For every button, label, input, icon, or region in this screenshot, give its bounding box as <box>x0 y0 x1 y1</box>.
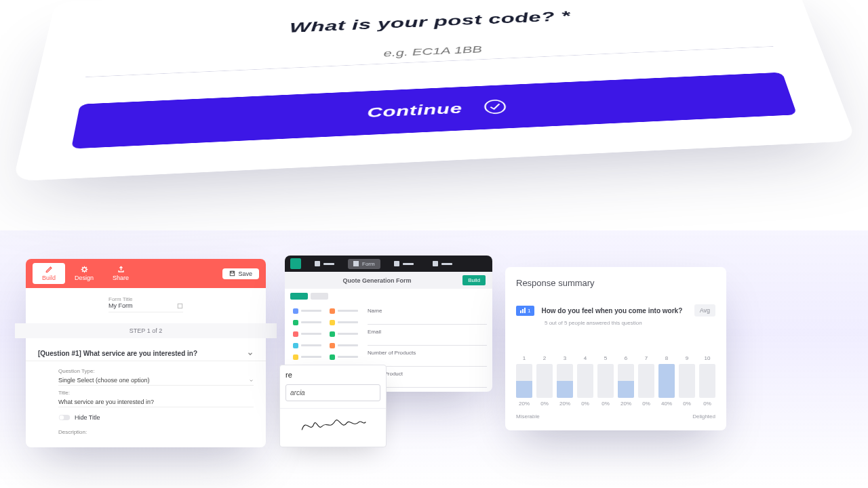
palette-chip[interactable] <box>290 306 324 315</box>
bar-column: 10 <box>699 355 715 398</box>
signature-pad[interactable] <box>280 408 386 440</box>
bar-percent: 0% <box>699 401 715 407</box>
bar <box>557 364 573 398</box>
bar-column: 8 <box>658 355 675 398</box>
field-input[interactable] <box>368 337 487 346</box>
nav-item[interactable] <box>427 259 458 268</box>
summary-title: Response summary <box>505 267 726 292</box>
nav-label: Form <box>362 261 375 267</box>
svg-rect-4 <box>178 304 182 308</box>
tab-label: Build <box>42 274 56 281</box>
hide-title-label: Hide Title <box>75 414 100 421</box>
bar-column: 3 <box>557 355 573 398</box>
bar-chart: 12345678910 <box>505 326 726 398</box>
svg-point-0 <box>484 100 505 114</box>
color-swatch-icon[interactable] <box>177 303 183 309</box>
palette-chip[interactable] <box>327 352 361 361</box>
response-summary-card: Response summary 1 How do you feel when … <box>505 267 726 430</box>
bar <box>597 364 614 398</box>
scale-right-label: Delighted <box>692 413 715 420</box>
form-builder-card: Build Design Share Save Form Title <box>26 259 266 447</box>
nav-item[interactable] <box>309 259 340 268</box>
svg-rect-10 <box>524 308 526 313</box>
question-type-select[interactable]: Single Select (choose one option) <box>58 375 254 386</box>
gear-icon <box>81 266 88 273</box>
crumb[interactable] <box>311 293 328 300</box>
app-logo <box>290 258 301 269</box>
description-label: Description: <box>58 429 254 435</box>
save-icon <box>229 270 235 277</box>
palette-chip[interactable] <box>290 318 324 327</box>
crumb-active[interactable] <box>290 293 308 300</box>
bar-percent: 20% <box>618 401 634 407</box>
palette-chip[interactable] <box>290 329 324 338</box>
bar-percent: 20% <box>557 401 573 407</box>
bar-category: 2 <box>543 355 546 361</box>
bar-percent: 40% <box>658 401 675 407</box>
bar-column: 9 <box>679 355 695 398</box>
palette-chip[interactable] <box>327 329 361 338</box>
field-label: Name <box>368 308 487 314</box>
continue-button[interactable]: Continue <box>71 73 797 149</box>
bar <box>516 364 532 398</box>
step-indicator: STEP 1 of 2 <box>15 323 277 338</box>
bar <box>658 364 675 398</box>
save-button[interactable]: Save <box>222 268 259 279</box>
palette-chip[interactable] <box>327 341 361 350</box>
avg-chip[interactable]: Avg <box>694 304 715 317</box>
form-header: Quote Generation Form Build <box>285 272 492 289</box>
question-accordion-header[interactable]: [Question #1] What service are you inter… <box>26 346 266 361</box>
palette-chip[interactable] <box>290 352 324 361</box>
bar-percent: 20% <box>516 401 532 407</box>
bar-column: 7 <box>638 355 654 398</box>
field-input[interactable] <box>368 316 487 325</box>
nav-item[interactable] <box>389 259 419 268</box>
build-badge[interactable]: Build <box>462 275 486 285</box>
scale-left-label: Miserable <box>516 413 540 420</box>
bar <box>536 364 553 398</box>
form-title-label: Form Title <box>108 296 183 302</box>
bar-category: 3 <box>564 355 566 361</box>
signature-label: re <box>285 371 380 379</box>
question-badge: 1 <box>516 306 534 316</box>
tab-label: Share <box>113 274 129 281</box>
tab-share[interactable]: Share <box>103 263 138 284</box>
svg-point-6 <box>60 415 64 420</box>
bar-chart-labels: 20%0%20%0%0%20%0%40%0%0% <box>505 398 726 407</box>
bar-chart-icon <box>520 308 526 313</box>
toggle-off-icon <box>58 414 71 421</box>
bar-percent: 0% <box>577 401 593 407</box>
title-input[interactable]: What service are you interested in? <box>58 397 254 407</box>
bar-percent: 0% <box>679 401 695 407</box>
palette-chip[interactable] <box>327 318 361 327</box>
bar-category: 8 <box>665 355 668 361</box>
field-label: Number of Products <box>368 350 487 356</box>
bar-percent: 0% <box>597 401 614 407</box>
bar-column: 5 <box>597 355 614 398</box>
bar-percent: 0% <box>638 401 654 407</box>
palette-chip[interactable] <box>290 341 324 350</box>
hide-title-toggle[interactable]: Hide Title <box>58 414 100 421</box>
pencil-icon <box>45 266 53 273</box>
bar-category: 6 <box>625 355 627 361</box>
question-type-label: Question Type: <box>58 368 254 374</box>
bar-category: 5 <box>604 355 607 361</box>
signature-name-input[interactable] <box>285 384 380 401</box>
svg-rect-3 <box>231 271 234 273</box>
badge-number: 1 <box>528 308 530 314</box>
tab-design[interactable]: Design <box>65 263 103 284</box>
save-label: Save <box>238 270 252 277</box>
bar-category: 10 <box>705 355 711 361</box>
answered-count: 5 out of 5 people answered this question <box>505 318 726 326</box>
form-title-value[interactable]: My Form <box>108 302 133 309</box>
builder-topbar: Build Design Share Save <box>26 259 266 288</box>
palette-chip[interactable] <box>327 306 361 315</box>
bar-category: 1 <box>523 355 526 361</box>
nav-item-form[interactable]: Form <box>348 259 380 269</box>
breadcrumb <box>285 289 492 304</box>
checkmark-circle-icon <box>482 98 508 115</box>
tab-build[interactable]: Build <box>33 263 65 284</box>
title-value: What service are you interested in? <box>58 399 154 405</box>
app-nav: Form <box>285 256 492 272</box>
bar <box>679 364 695 398</box>
